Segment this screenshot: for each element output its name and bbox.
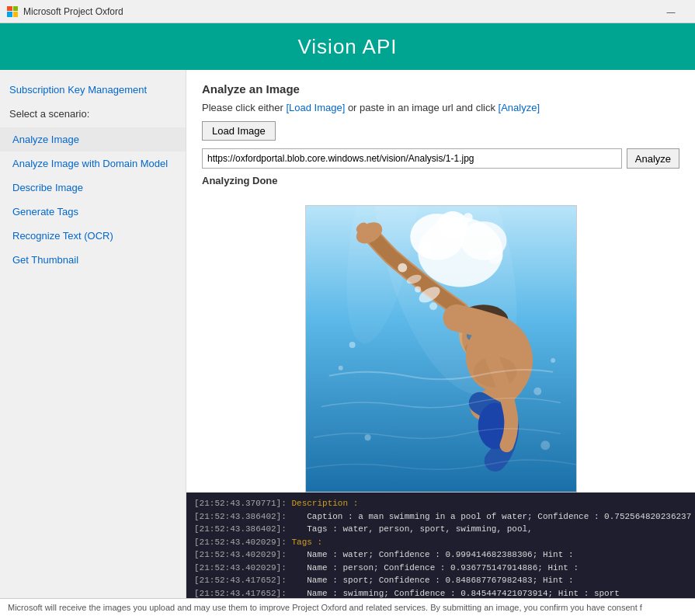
sidebar-item-generate-tags[interactable]: Generate Tags (0, 200, 186, 224)
url-row: Analyze (202, 148, 679, 169)
url-input[interactable] (202, 148, 622, 169)
svg-point-31 (364, 434, 370, 440)
sidebar-item-analyze-image[interactable]: Analyze Image (0, 127, 186, 151)
svg-point-24 (398, 263, 407, 273)
log-line: [21:52:43.417652]: Name : sport; Confide… (194, 574, 687, 587)
svg-point-26 (415, 286, 421, 292)
log-area: [21:52:43.370771]: Description :[21:52:4… (186, 492, 695, 598)
log-line: [21:52:43.402029]: Name : person; Confid… (194, 562, 687, 575)
content-title: Analyze an Image (202, 82, 679, 96)
subscription-link[interactable]: Subscription Key Management (0, 79, 186, 103)
analyze-button[interactable]: Analyze (627, 148, 679, 169)
scenario-label: Select a scenario: (0, 103, 186, 127)
log-line: [21:52:43.417652]: Name : swimming; Conf… (194, 587, 687, 599)
svg-point-9 (463, 213, 472, 222)
main-content: Subscription Key Management Select a sce… (0, 70, 695, 598)
log-line: [21:52:43.386402]: Tags : water, person,… (194, 523, 687, 536)
title-bar: Microsoft Project Oxford — (0, 0, 695, 23)
svg-point-27 (349, 342, 355, 348)
svg-point-25 (429, 302, 437, 310)
window-controls: — (653, 0, 689, 23)
minimize-button[interactable]: — (653, 0, 689, 23)
log-line: [21:52:43.402029]: Tags : (194, 536, 687, 549)
load-image-button[interactable]: Load Image (202, 121, 276, 141)
app-title: Microsoft Project Oxford (23, 6, 653, 17)
svg-point-30 (551, 358, 555, 363)
image-container (186, 205, 695, 492)
app-header-title: Vision API (297, 35, 397, 59)
app-header: Vision API (0, 23, 695, 70)
log-line: [21:52:43.386402]: Caption : a man swimm… (194, 510, 687, 524)
svg-point-32 (540, 440, 550, 450)
log-line: [21:52:43.402029]: Name : water; Confide… (194, 548, 687, 562)
content-area: Analyze an Image Please click either [Lo… (186, 70, 695, 598)
image-log-area: [21:52:43.370771]: Description :[21:52:4… (186, 205, 695, 598)
svg-point-28 (338, 366, 342, 371)
status-text: Analyzing Done (202, 175, 679, 186)
sidebar: Subscription Key Management Select a sce… (0, 70, 186, 598)
sidebar-item-analyze-image-domain[interactable]: Analyze Image with Domain Model (0, 151, 186, 176)
content-inner: Analyze an Image Please click either [Lo… (186, 70, 695, 205)
sidebar-item-recognize-text[interactable]: Recognize Text (OCR) (0, 224, 186, 248)
analyzed-image (305, 205, 577, 492)
svg-point-7 (419, 242, 432, 255)
svg-point-6 (437, 211, 468, 239)
svg-point-29 (533, 388, 541, 395)
sidebar-item-get-thumbnail[interactable]: Get Thumbnail (0, 248, 186, 272)
sidebar-item-describe-image[interactable]: Describe Image (0, 176, 186, 200)
footer-text: Microsoft will receive the images you up… (8, 603, 642, 612)
instruction-text: Please click either [Load Image] or past… (202, 102, 679, 113)
log-line: [21:52:43.370771]: Description : (194, 497, 687, 510)
svg-point-8 (487, 249, 502, 264)
app-logo (6, 5, 19, 18)
footer: Microsoft will receive the images you up… (0, 598, 695, 616)
